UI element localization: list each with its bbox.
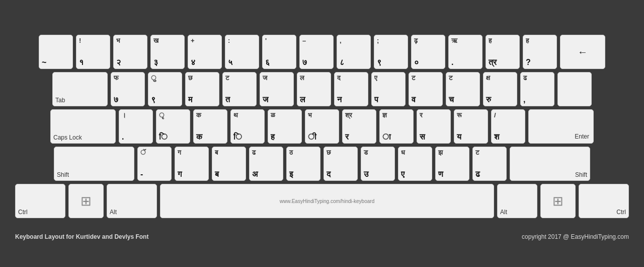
row-shift: Shift ॅ - ग ग ब ब ढ अ ठ इ छ द ड उ bbox=[15, 147, 629, 181]
key-semicolon[interactable]: रू य bbox=[454, 109, 488, 144]
key-n[interactable]: छ द bbox=[324, 147, 358, 181]
row-qwerty: Tab फ ७ ु ९ छ म ट त ज ज ल ल द न bbox=[15, 72, 629, 106]
key-w[interactable]: ु ९ bbox=[148, 72, 182, 106]
key-shift-right[interactable]: Shift bbox=[510, 147, 590, 181]
key-0[interactable]: ढ़ ० bbox=[411, 35, 445, 69]
key-backtick[interactable]: ~ bbox=[39, 35, 73, 69]
key-2[interactable]: भ २ bbox=[113, 35, 147, 69]
key-alt-right[interactable]: Alt bbox=[497, 184, 537, 218]
key-bracket[interactable]: ह ? bbox=[523, 35, 557, 69]
footer-title: Keyboard Layout bbox=[15, 233, 64, 240]
key-b[interactable]: ठ इ bbox=[286, 147, 320, 181]
key-win-left[interactable]: ⊞ bbox=[68, 184, 104, 218]
row-bottom: Ctrl ⊞ Alt www.EasyHindiTyping.com/hindi… bbox=[15, 184, 629, 218]
key-tab[interactable]: Tab bbox=[52, 72, 108, 106]
windows-icon-right: ⊞ bbox=[552, 193, 564, 209]
key-r[interactable]: ट त bbox=[222, 72, 257, 106]
key-m[interactable]: ड उ bbox=[361, 147, 395, 181]
footer-copyright: copyright 2017 @ EasyHindiTyping.com bbox=[522, 233, 629, 240]
footer-right: copyright 2017 @ EasyHindiTyping.com bbox=[522, 233, 629, 240]
windows-icon-left: ⊞ bbox=[80, 193, 92, 209]
key-3[interactable]: ख ३ bbox=[150, 35, 185, 69]
key-1[interactable]: ! १ bbox=[76, 35, 110, 69]
key-rbracket[interactable]: ढ , bbox=[520, 72, 554, 106]
key-backslash[interactable] bbox=[557, 72, 592, 106]
key-p[interactable]: ट च bbox=[446, 72, 480, 106]
key-j[interactable]: श्र र bbox=[342, 109, 376, 144]
key-s[interactable]: ृ ि bbox=[156, 109, 190, 144]
key-slash[interactable]: ट ढ bbox=[472, 147, 507, 181]
key-lbracket[interactable]: क्ष रु bbox=[483, 72, 517, 106]
key-alt-left[interactable]: Alt bbox=[107, 184, 157, 218]
key-l[interactable]: र स bbox=[417, 109, 451, 144]
keyboard-wrapper: ~ ! १ भ २ ख ३ + ४ : ५ ' ६ – ७ bbox=[0, 25, 644, 231]
key-enter[interactable]: Enter bbox=[528, 109, 594, 144]
key-d[interactable]: क क bbox=[193, 109, 227, 144]
key-q[interactable]: फ ७ bbox=[111, 72, 145, 106]
key-t[interactable]: ज ज bbox=[260, 72, 294, 106]
key-o[interactable]: ट व bbox=[409, 72, 443, 106]
footer-left: Keyboard Layout for Kurtidev and Devlys … bbox=[15, 233, 148, 240]
key-k[interactable]: ज्ञ ा bbox=[379, 109, 414, 144]
key-period[interactable]: झ ण bbox=[435, 147, 469, 181]
footer-subtitle: for Kurtidev and Devlys Font bbox=[66, 233, 148, 240]
key-u[interactable]: द न bbox=[334, 72, 368, 106]
key-f[interactable]: थ ि bbox=[230, 109, 265, 144]
space-url: www.EasyHindiTyping.com/hindi-keyboard bbox=[280, 198, 374, 204]
key-comma[interactable]: ध ए bbox=[398, 147, 432, 181]
key-capslock[interactable]: Caps Lock bbox=[50, 109, 116, 144]
key-z[interactable]: ॅ - bbox=[137, 147, 172, 181]
key-equals[interactable]: ह त्र bbox=[486, 35, 520, 69]
key-v[interactable]: ढ अ bbox=[249, 147, 283, 181]
key-shift-left[interactable]: Shift bbox=[54, 147, 134, 181]
key-g[interactable]: ळ ह bbox=[268, 109, 302, 144]
key-ctrl-left[interactable]: Ctrl bbox=[15, 184, 65, 218]
footer: Keyboard Layout for Kurtidev and Devlys … bbox=[0, 231, 644, 242]
key-minus[interactable]: ऋ . bbox=[448, 35, 482, 69]
key-ctrl-right[interactable]: Ctrl bbox=[579, 184, 629, 218]
key-quote[interactable]: / श bbox=[491, 109, 525, 144]
key-space[interactable]: www.EasyHindiTyping.com/hindi-keyboard bbox=[160, 184, 494, 218]
key-8[interactable]: , ८ bbox=[337, 35, 371, 69]
key-y[interactable]: ल ल bbox=[297, 72, 331, 106]
key-4[interactable]: + ४ bbox=[188, 35, 222, 69]
row-numbers: ~ ! १ भ २ ख ३ + ४ : ५ ' ६ – ७ bbox=[15, 35, 629, 69]
key-5[interactable]: : ५ bbox=[225, 35, 259, 69]
key-c[interactable]: ब ब bbox=[212, 147, 246, 181]
key-e[interactable]: छ म bbox=[185, 72, 219, 106]
key-x[interactable]: ग ग bbox=[175, 147, 209, 181]
key-win-right[interactable]: ⊞ bbox=[540, 184, 576, 218]
key-6[interactable]: ' ६ bbox=[262, 35, 296, 69]
key-i[interactable]: ए प bbox=[371, 72, 406, 106]
row-asdf: Caps Lock । . ृ ि क क थ ि ळ ह भ ी श्र र bbox=[15, 109, 629, 144]
key-a[interactable]: । . bbox=[119, 109, 153, 144]
key-h[interactable]: भ ी bbox=[305, 109, 339, 144]
key-backspace[interactable]: ← bbox=[560, 35, 605, 69]
key-7[interactable]: – ७ bbox=[299, 35, 334, 69]
key-9[interactable]: ; ९ bbox=[374, 35, 408, 69]
